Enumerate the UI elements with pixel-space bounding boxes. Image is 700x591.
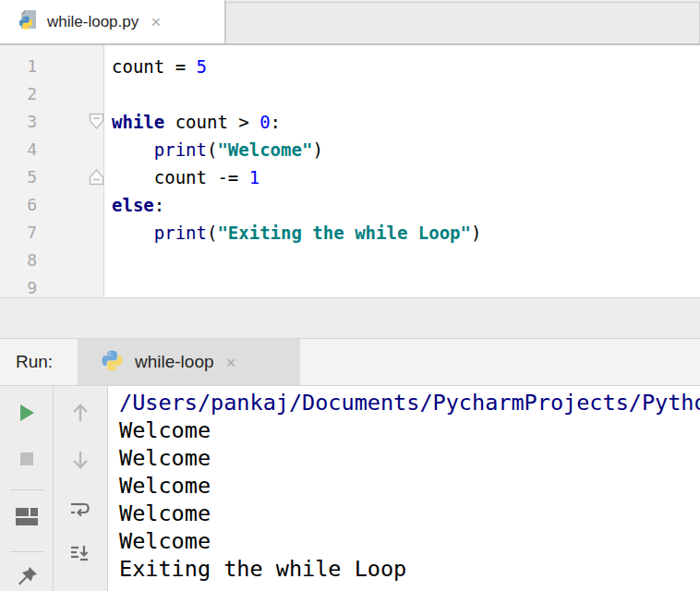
editor-tab-bar: while-loop.py × (0, 0, 700, 45)
code-token: ) (312, 139, 322, 160)
code-token: "Welcome" (217, 139, 312, 160)
code-token: print (154, 139, 207, 160)
editor-tab-label: while-loop.py (47, 13, 139, 31)
prev-occurrence-button[interactable] (68, 401, 92, 425)
fold-region-start-icon[interactable] (89, 113, 104, 130)
rerun-button[interactable] (15, 401, 39, 425)
code-token: : (271, 112, 281, 132)
editor-bottom-spacer (0, 297, 700, 339)
console-line: Welcome (119, 500, 700, 527)
code-token: 5 (197, 56, 207, 77)
toolbar-separator (10, 551, 43, 552)
editor-tab-while-loop[interactable]: while-loop.py × (0, 0, 225, 43)
code-line[interactable]: count = 5 (112, 53, 700, 80)
code-token: while (112, 112, 164, 132)
python-logo-icon (101, 349, 124, 376)
code-line[interactable] (112, 80, 700, 108)
line-number: 4 (0, 136, 37, 163)
code-token: 1 (249, 167, 259, 187)
pin-tab-button[interactable] (15, 565, 39, 589)
code-line[interactable]: else: (112, 191, 700, 219)
code-token (112, 139, 154, 160)
console-line: /Users/pankaj/Documents/PycharmProjects/… (119, 389, 700, 416)
run-panel-title: Run: (0, 339, 78, 385)
code-line[interactable]: print("Exiting the while Loop") (112, 219, 700, 247)
run-toolbar-right (54, 386, 108, 591)
line-number: 7 (0, 219, 37, 247)
console-line: Exiting the while Loop (119, 555, 700, 583)
code-area[interactable]: count = 5while count > 0: print("Welcome… (104, 45, 700, 297)
line-number: 5 (0, 163, 37, 191)
code-token: else (112, 195, 154, 215)
code-token: count > (164, 112, 259, 132)
code-token: count = (112, 56, 197, 77)
toolbar-separator (10, 489, 43, 490)
console-line: Welcome (119, 416, 700, 444)
line-number: 6 (0, 191, 37, 219)
editor-tab-close-icon[interactable]: × (151, 13, 161, 30)
console-output[interactable]: /Users/pankaj/Documents/PycharmProjects/… (108, 386, 700, 591)
restore-layout-button[interactable] (15, 503, 39, 527)
next-occurrence-button[interactable] (68, 448, 92, 472)
code-token: ( (207, 223, 217, 243)
soft-wrap-button[interactable] (68, 498, 92, 522)
run-toolbar-left (0, 386, 54, 591)
tab-bar-empty-area (225, 2, 700, 43)
code-line[interactable]: while count > 0: (112, 108, 700, 136)
code-token: ( (207, 139, 217, 160)
code-token: 0 (259, 112, 270, 132)
line-number: 1 (0, 53, 37, 80)
console-line: Welcome (119, 527, 700, 555)
code-line[interactable] (112, 247, 700, 274)
fold-region-end-icon[interactable] (89, 168, 104, 186)
run-header-empty-area (300, 339, 700, 385)
scroll-to-end-button[interactable] (68, 542, 92, 566)
run-tab-while-loop[interactable]: while-loop × (78, 339, 300, 385)
stop-button[interactable] (15, 447, 39, 471)
code-token: : (154, 195, 164, 215)
console-line: Welcome (119, 472, 700, 500)
python-file-icon (18, 9, 39, 35)
run-console: /Users/pankaj/Documents/PycharmProjects/… (0, 385, 700, 591)
line-number: 8 (0, 247, 37, 274)
code-line[interactable]: print("Welcome") (112, 136, 700, 163)
run-panel-header: Run: while-loop × (0, 339, 700, 385)
line-number: 2 (0, 80, 37, 108)
line-number: 9 (0, 274, 37, 297)
code-line[interactable] (112, 274, 700, 297)
code-line[interactable]: count -= 1 (112, 163, 700, 191)
run-tab-label: while-loop (135, 352, 214, 372)
code-token: "Exiting the while Loop" (217, 223, 471, 243)
console-line: Welcome (119, 444, 700, 472)
code-token (112, 223, 154, 243)
line-number: 3 (0, 108, 37, 136)
code-token: ) (471, 223, 481, 243)
code-token: count -= (112, 167, 249, 187)
run-tab-close-icon[interactable]: × (226, 354, 236, 371)
code-editor[interactable]: 123456789 count = 5while count > 0: prin… (0, 45, 700, 297)
code-token: print (154, 223, 207, 243)
